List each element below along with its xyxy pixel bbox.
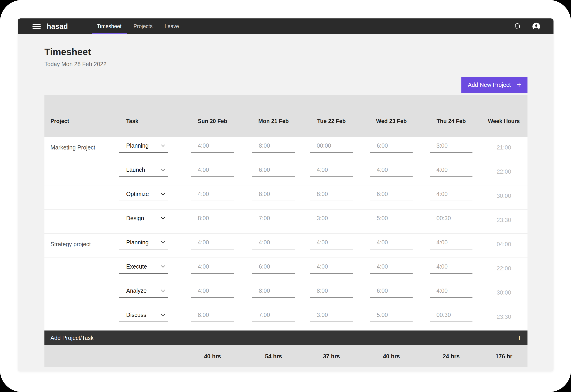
add-project-task-label: Add Project/Task xyxy=(50,335,94,341)
hours-input[interactable] xyxy=(430,167,472,177)
tab-projects[interactable]: Projects xyxy=(128,18,159,34)
hours-input[interactable] xyxy=(430,263,472,274)
task-select-value: Execute xyxy=(126,263,147,270)
column-header-wed-23-feb: Wed 23 Feb xyxy=(361,118,422,124)
add-project-task-button[interactable]: Add Project/Task + xyxy=(44,331,528,345)
task-select-value: Design xyxy=(126,215,144,222)
chevron-down-icon xyxy=(161,265,165,268)
plus-icon: + xyxy=(517,334,522,342)
avatar-icon xyxy=(532,22,541,31)
hours-input[interactable] xyxy=(370,239,413,249)
task-select[interactable]: Discuss xyxy=(119,312,168,322)
week-hours-value: 23:30 xyxy=(480,217,528,223)
week-hours-value: 21:00 xyxy=(480,144,528,151)
hours-input[interactable] xyxy=(430,288,472,298)
hours-input[interactable] xyxy=(310,215,353,225)
user-account-button[interactable] xyxy=(532,22,541,31)
hours-input[interactable] xyxy=(310,191,353,201)
hours-input[interactable] xyxy=(191,142,234,153)
app-logo[interactable]: hasad xyxy=(47,22,68,31)
task-select[interactable]: Execute xyxy=(119,263,168,274)
hours-input[interactable] xyxy=(191,191,234,201)
task-select-value: Discuss xyxy=(126,312,146,318)
totals-row: 40 hrs 54 hrs 37 hrs 40 hrs 24 hrs 176 h… xyxy=(44,345,528,367)
task-select[interactable]: Launch xyxy=(119,167,168,177)
hours-input[interactable] xyxy=(310,167,353,177)
hours-input[interactable] xyxy=(370,191,413,201)
add-new-project-label: Add New Project xyxy=(468,82,511,88)
total-week-hours: 176 hr xyxy=(480,353,528,360)
hours-input[interactable] xyxy=(430,142,472,153)
hours-input[interactable] xyxy=(370,288,413,298)
chevron-down-icon xyxy=(161,241,165,244)
task-select[interactable]: Optimize xyxy=(119,191,168,201)
top-navbar: hasad Timesheet Projects Leave xyxy=(18,18,554,34)
notifications-button[interactable] xyxy=(514,23,521,30)
task-select[interactable]: Planning xyxy=(119,239,168,249)
tab-leave[interactable]: Leave xyxy=(159,18,185,34)
hours-input[interactable] xyxy=(430,215,472,225)
hours-input[interactable] xyxy=(191,167,234,177)
hours-input[interactable] xyxy=(191,239,234,249)
hours-input[interactable] xyxy=(430,312,472,322)
table-header-row: Project Task Sun 20 Feb Mon 21 Feb Tue 2… xyxy=(44,95,528,137)
add-new-project-button[interactable]: Add New Project + xyxy=(461,77,528,93)
column-header-tue-22-feb: Tue 22 Feb xyxy=(302,118,361,124)
hours-input[interactable] xyxy=(310,288,353,298)
hours-input[interactable] xyxy=(191,288,234,298)
page-subtitle: Today Mon 28 Feb 2022 xyxy=(44,60,554,68)
hours-input[interactable] xyxy=(191,312,234,322)
column-header-week-hours: Week Hours xyxy=(480,118,528,124)
hours-input[interactable] xyxy=(430,239,472,249)
task-select[interactable]: Analyze xyxy=(119,288,168,298)
table-body: Marketing Project Planning 21:00 Launch xyxy=(44,137,528,331)
hours-input[interactable] xyxy=(370,215,413,225)
task-select-value: Optimize xyxy=(126,191,149,197)
hours-input[interactable] xyxy=(252,215,295,225)
hours-input[interactable] xyxy=(252,142,295,153)
hours-input[interactable] xyxy=(252,167,295,177)
chevron-down-icon xyxy=(161,217,165,219)
table-row: Analyze 30:00 xyxy=(44,282,528,306)
week-hours-value: 04:00 xyxy=(480,241,528,247)
column-header-mon-21-feb: Mon 21 Feb xyxy=(245,118,302,124)
chevron-down-icon xyxy=(161,314,165,316)
hours-input[interactable] xyxy=(252,239,295,249)
table-row: Optimize 30:00 xyxy=(44,185,528,210)
column-header-sun-20-feb: Sun 20 Feb xyxy=(180,118,245,124)
week-hours-value: 22:00 xyxy=(480,265,528,272)
project-name: Marketing Project xyxy=(44,144,117,151)
menu-icon[interactable] xyxy=(32,24,41,29)
task-select[interactable]: Design xyxy=(119,215,168,225)
week-hours-value: 22:00 xyxy=(480,168,528,175)
hours-input[interactable] xyxy=(252,288,295,298)
hours-input[interactable] xyxy=(191,215,234,225)
hours-input[interactable] xyxy=(310,263,353,274)
chevron-down-icon xyxy=(161,290,165,292)
hours-input[interactable] xyxy=(310,142,353,153)
page-title: Timesheet xyxy=(44,46,554,57)
total-sun-hours: 40 hrs xyxy=(180,353,245,360)
hours-input[interactable] xyxy=(252,263,295,274)
tab-timesheet[interactable]: Timesheet xyxy=(91,18,128,34)
hours-input[interactable] xyxy=(252,191,295,201)
hours-input[interactable] xyxy=(310,312,353,322)
column-header-task: Task xyxy=(117,118,180,124)
table-row: Execute 22:00 xyxy=(44,258,528,282)
hours-input[interactable] xyxy=(370,312,413,322)
plus-icon: + xyxy=(517,81,522,89)
page-background: hasad Timesheet Projects Leave xyxy=(0,0,571,392)
hours-input[interactable] xyxy=(430,191,472,201)
hours-input[interactable] xyxy=(252,312,295,322)
hours-input[interactable] xyxy=(370,167,413,177)
hours-input[interactable] xyxy=(370,142,413,153)
task-select[interactable]: Planning xyxy=(119,142,168,153)
hours-input[interactable] xyxy=(370,263,413,274)
total-thu-hours: 24 hrs xyxy=(422,353,480,360)
table-row: Design 23:30 xyxy=(44,210,528,234)
hours-input[interactable] xyxy=(191,263,234,274)
hours-input[interactable] xyxy=(310,239,353,249)
column-header-thu-24-feb: Thu 24 Feb xyxy=(422,118,480,124)
week-hours-value: 30:00 xyxy=(480,289,528,296)
table-row: Marketing Project Planning 21:00 xyxy=(44,137,528,161)
